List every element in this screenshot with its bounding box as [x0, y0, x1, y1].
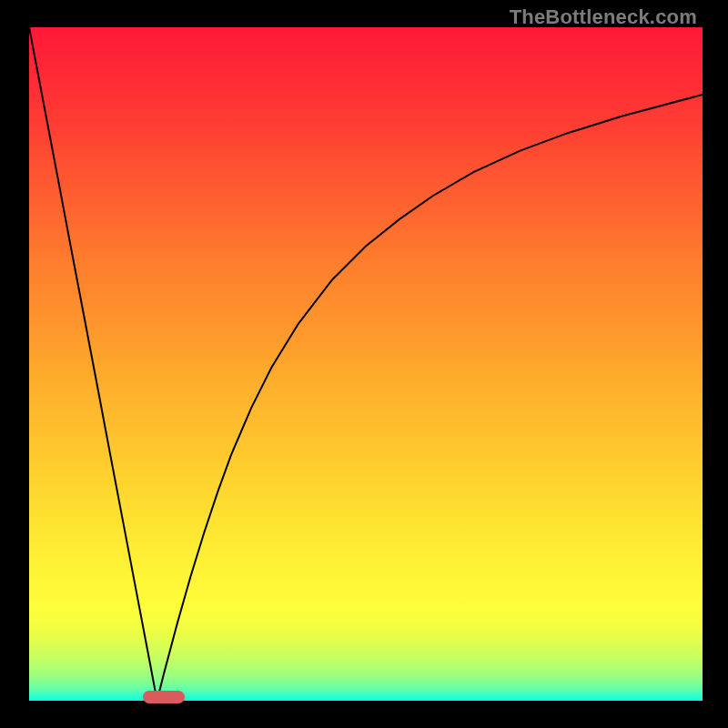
right-branch-curve: [157, 95, 703, 701]
curve-svg: [29, 27, 703, 701]
watermark-text: TheBottleneck.com: [510, 5, 697, 29]
plot-area: [29, 27, 703, 701]
plot-outer-frame: TheBottleneck.com: [0, 0, 728, 728]
optimum-marker: [143, 691, 185, 703]
left-branch-curve: [29, 27, 157, 701]
